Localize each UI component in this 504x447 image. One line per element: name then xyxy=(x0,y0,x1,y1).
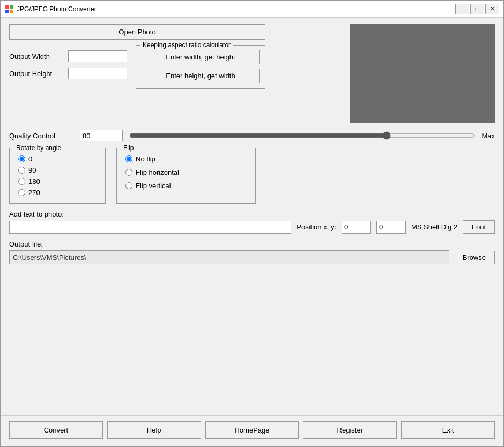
rotate-270-option[interactable]: 270 xyxy=(18,189,97,197)
width-row: Output Width xyxy=(9,50,127,62)
quality-row: Quality Control Max xyxy=(9,130,495,141)
rotate-180-radio[interactable] xyxy=(18,178,25,185)
window-controls: — □ ✕ xyxy=(455,4,499,14)
preview-image xyxy=(350,24,495,123)
title-bar: JPG/JPEG Photo Converter — □ ✕ xyxy=(1,1,503,18)
position-x-input[interactable] xyxy=(342,221,371,234)
font-name-label: MS Shell Dlg 2 xyxy=(411,223,457,231)
close-button[interactable]: ✕ xyxy=(485,4,499,14)
aspect-ratio-box: Keeping aspect ratio calculator Enter wi… xyxy=(136,45,265,89)
bottom-bar: Convert Help HomePage Register Exit xyxy=(1,415,503,446)
quality-max-label: Max xyxy=(481,132,495,140)
options-row: Rotate by angle 0 90 180 xyxy=(9,148,495,204)
flip-vertical-radio[interactable] xyxy=(125,182,132,189)
flip-options: No flip Flip horizontal Flip vertical xyxy=(125,155,247,190)
flip-box: Flip No flip Flip horizontal Flip vertic… xyxy=(116,148,256,204)
app-icon xyxy=(5,5,13,13)
position-y-input[interactable] xyxy=(376,221,406,234)
text-section: Add text to photo: Position x, y: MS She… xyxy=(9,210,495,234)
svg-rect-0 xyxy=(5,5,9,9)
text-position-row: Position x, y: MS Shell Dlg 2 Font xyxy=(9,220,495,234)
output-width-label: Output Width xyxy=(9,53,63,61)
font-button[interactable]: Font xyxy=(463,220,495,234)
window-title: JPG/JPEG Photo Converter xyxy=(17,5,455,13)
minimize-button[interactable]: — xyxy=(455,4,469,14)
convert-button[interactable]: Convert xyxy=(9,421,103,439)
output-label: Output file: xyxy=(9,240,495,248)
output-section: Output file: Browse xyxy=(9,240,495,264)
register-button[interactable]: Register xyxy=(303,421,397,439)
enter-height-button[interactable]: Enter height, get width xyxy=(142,69,260,83)
svg-rect-1 xyxy=(10,5,13,9)
main-window: JPG/JPEG Photo Converter — □ ✕ Open Phot… xyxy=(0,0,504,447)
flip-none-label: No flip xyxy=(136,155,155,163)
rotate-box: Rotate by angle 0 90 180 xyxy=(9,148,106,204)
flip-horizontal-label: Flip horizontal xyxy=(136,168,179,176)
rotate-180-option[interactable]: 180 xyxy=(18,177,97,185)
browse-button[interactable]: Browse xyxy=(454,251,495,264)
rotate-options: 0 90 180 270 xyxy=(18,155,97,197)
flip-horizontal-radio[interactable] xyxy=(125,169,132,176)
flip-none-option[interactable]: No flip xyxy=(125,155,247,163)
text-input[interactable] xyxy=(9,221,291,234)
rotate-270-label: 270 xyxy=(28,189,40,197)
rotate-270-radio[interactable] xyxy=(18,189,25,196)
open-photo-button[interactable]: Open Photo xyxy=(9,24,265,40)
rotate-180-label: 180 xyxy=(28,177,40,185)
quality-input[interactable] xyxy=(80,130,123,141)
flip-none-radio[interactable] xyxy=(125,155,132,162)
size-controls: Output Width Output Height xyxy=(9,45,127,79)
rotate-0-option[interactable]: 0 xyxy=(18,155,97,163)
exit-button[interactable]: Exit xyxy=(401,421,495,439)
help-button[interactable]: Help xyxy=(107,421,201,439)
output-height-label: Output Height xyxy=(9,70,63,78)
text-section-label: Add text to photo: xyxy=(9,210,495,218)
svg-rect-2 xyxy=(5,10,9,13)
aspect-legend: Keeping aspect ratio calculator xyxy=(140,41,233,49)
flip-horizontal-option[interactable]: Flip horizontal xyxy=(125,168,247,176)
output-width-input[interactable] xyxy=(68,50,127,62)
rotate-90-option[interactable]: 90 xyxy=(18,166,97,174)
flip-vertical-label: Flip vertical xyxy=(136,182,171,190)
homepage-button[interactable]: HomePage xyxy=(205,421,299,439)
rotate-0-label: 0 xyxy=(28,155,32,163)
output-height-input[interactable] xyxy=(68,68,127,79)
rotate-legend: Rotate by angle xyxy=(14,144,63,152)
rotate-90-radio[interactable] xyxy=(18,167,25,174)
top-section: Open Photo Output Width Output Height xyxy=(9,24,495,123)
enter-width-button[interactable]: Enter width, get height xyxy=(142,50,260,64)
flip-vertical-option[interactable]: Flip vertical xyxy=(125,182,247,190)
output-path-input[interactable] xyxy=(9,250,449,264)
quality-label: Quality Control xyxy=(9,132,73,140)
content-area: Open Photo Output Width Output Height xyxy=(1,18,503,415)
height-row: Output Height xyxy=(9,68,127,79)
svg-rect-3 xyxy=(10,10,13,13)
output-row: Browse xyxy=(9,250,495,264)
quality-slider[interactable] xyxy=(129,130,475,141)
rotate-0-radio[interactable] xyxy=(18,155,25,162)
rotate-90-label: 90 xyxy=(28,166,36,174)
flip-legend: Flip xyxy=(121,144,136,152)
maximize-button[interactable]: □ xyxy=(470,4,484,14)
position-label: Position x, y: xyxy=(297,223,336,231)
